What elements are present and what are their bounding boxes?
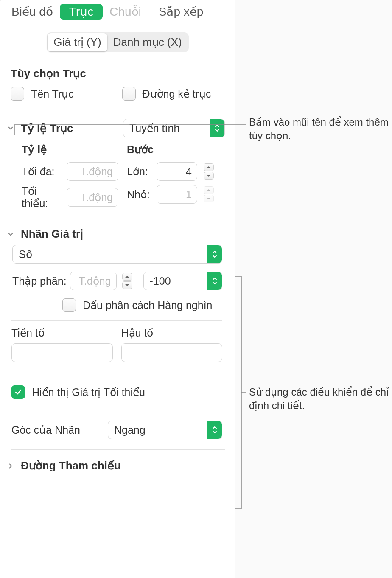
major-input[interactable] [157, 162, 197, 181]
major-step-down[interactable] [204, 172, 214, 180]
tab-series[interactable]: Chuỗi [106, 4, 145, 20]
decimals-stepper[interactable] [122, 272, 132, 290]
minor-label: Nhỏ: [127, 188, 152, 201]
checkbox-show-min[interactable] [11, 385, 25, 399]
label-angle-label: Góc của Nhãn [11, 424, 104, 436]
axis-subtabs: Giá trị (Y) Danh mục (X) [0, 32, 235, 52]
decimals-step-down[interactable] [122, 281, 132, 289]
major-stepper[interactable] [204, 163, 214, 180]
decimals-step-up[interactable] [122, 273, 132, 281]
reference-lines-section: Đường Tham chiếu [0, 456, 235, 474]
steps-subheading: Bước [127, 142, 222, 160]
main-tabs: Biểu đồ Trục Chuỗi Sắp xếp [0, 0, 235, 25]
subtab-category-x[interactable]: Danh mục (X) [107, 33, 188, 51]
tab-sort[interactable]: Sắp xếp [155, 4, 207, 20]
checkbox-axis-name[interactable] [11, 87, 24, 101]
axis-options-section: Tùy chọn Trục Tên Trục Đường kẻ trục [0, 65, 235, 103]
reference-lines-title: Đường Tham chiếu [21, 459, 225, 472]
format-popup[interactable]: Số [12, 245, 222, 264]
format-value: Số [13, 248, 207, 261]
callout-connector [15, 124, 246, 137]
tab-separator [150, 6, 150, 18]
subtab-value-y[interactable]: Giá trị (Y) [48, 33, 107, 51]
chevron-right-icon[interactable] [6, 461, 16, 471]
updown-arrows-icon [207, 272, 222, 290]
value-labels-section: Nhãn Giá trị Số Thập phân: -100 [0, 224, 235, 443]
checkbox-axis-line[interactable] [122, 87, 136, 101]
major-label: Lớn: [127, 166, 152, 178]
minor-input[interactable] [157, 185, 197, 204]
tab-axis[interactable]: Trục [60, 4, 103, 20]
scale-subheading: Tỷ lệ [22, 142, 118, 160]
label-angle-popup[interactable]: Ngang [108, 421, 222, 439]
major-step-up[interactable] [204, 163, 214, 171]
updown-arrows-icon [207, 421, 222, 439]
suffix-label: Hậu tố [121, 327, 223, 343]
updown-arrows-icon [207, 245, 222, 263]
suffix-input[interactable] [121, 343, 223, 362]
min-input[interactable] [67, 188, 118, 207]
axis-line-label: Đường kẻ trục [143, 88, 211, 100]
chevron-down-icon[interactable] [6, 123, 16, 133]
value-labels-title: Nhãn Giá trị [21, 227, 225, 241]
callout-mid-text: Sử dụng các điều khiển để chỉ định chi t… [249, 385, 392, 413]
max-input[interactable] [67, 162, 118, 181]
callout-top-text: Bấm vào mũi tên để xem thêm tùy chọn. [249, 115, 392, 143]
chevron-down-icon[interactable] [6, 229, 16, 239]
max-label: Tối đa: [22, 166, 62, 178]
label-angle-value: Ngang [108, 424, 207, 436]
decimals-label: Thập phân: [12, 275, 67, 287]
callout-bracket [235, 276, 246, 509]
thousands-sep-label: Dấu phân cách Hàng nghìn [83, 299, 213, 311]
axis-name-label: Tên Trục [31, 88, 74, 100]
decimals-input[interactable] [70, 272, 117, 290]
minor-stepper [204, 185, 214, 203]
negative-format-popup[interactable]: -100 [143, 272, 222, 290]
show-min-label: Hiển thị Giá trị Tối thiểu [32, 386, 145, 398]
negative-format-value: -100 [144, 275, 207, 287]
tab-chart[interactable]: Biểu đồ [8, 4, 56, 20]
minor-step-up [204, 186, 214, 194]
prefix-label: Tiền tố [11, 327, 113, 343]
prefix-input[interactable] [11, 343, 113, 362]
min-label: Tối thiểu: [22, 185, 62, 210]
axis-options-heading: Tùy chọn Trục [11, 65, 225, 84]
checkbox-thousands-sep[interactable] [62, 298, 76, 312]
minor-step-down [204, 195, 214, 202]
